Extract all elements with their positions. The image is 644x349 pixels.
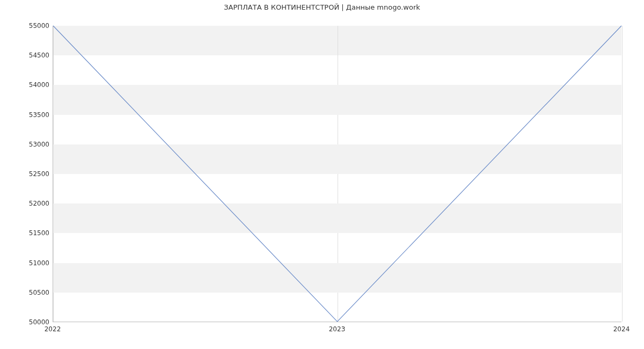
line-series bbox=[53, 26, 621, 322]
y-tick-label: 53500 bbox=[17, 111, 49, 119]
plot-area bbox=[53, 26, 621, 322]
x-tick-label: 2023 bbox=[329, 325, 346, 333]
x-tick-label: 2024 bbox=[613, 325, 630, 333]
grid-vline bbox=[622, 26, 623, 322]
y-tick-label: 52500 bbox=[17, 170, 49, 178]
x-tick-label: 2022 bbox=[45, 325, 61, 333]
y-tick-label: 51500 bbox=[17, 229, 49, 237]
y-tick-label: 54500 bbox=[17, 52, 49, 59]
y-tick-label: 52000 bbox=[17, 200, 49, 207]
y-tick-label: 53000 bbox=[17, 141, 49, 148]
chart-title: ЗАРПЛАТА В КОНТИНЕНТСТРОЙ | Данные mnogo… bbox=[0, 3, 644, 11]
chart-container: ЗАРПЛАТА В КОНТИНЕНТСТРОЙ | Данные mnogo… bbox=[0, 0, 644, 349]
y-tick-label: 55000 bbox=[17, 22, 49, 30]
y-tick-label: 50500 bbox=[17, 289, 49, 296]
y-tick-label: 54000 bbox=[17, 81, 49, 89]
series-line bbox=[53, 26, 621, 322]
y-tick-label: 50000 bbox=[17, 318, 49, 326]
y-tick-label: 51000 bbox=[17, 259, 49, 267]
